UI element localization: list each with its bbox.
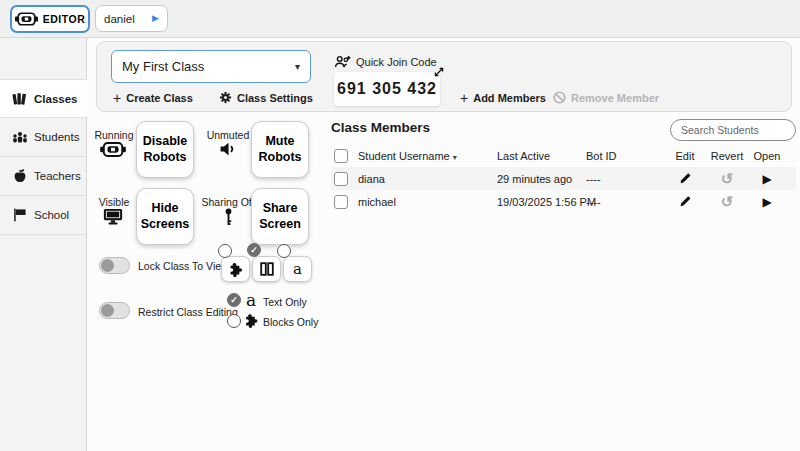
monitor-icon [103, 208, 123, 225]
row-checkbox[interactable] [334, 172, 348, 186]
editor-button[interactable]: EDITOR [10, 5, 90, 33]
select-all-checkbox[interactable] [334, 149, 348, 163]
class-settings-button[interactable]: Class Settings [219, 91, 313, 104]
editor-label: EDITOR [43, 13, 85, 25]
share-screen-button[interactable]: Share Screen [251, 188, 309, 245]
row-last-active: 29 minutes ago [497, 173, 572, 185]
col-username[interactable]: Student Username▾ [358, 150, 457, 162]
col-open: Open [751, 150, 783, 162]
screens-status-label: Visible [86, 196, 142, 208]
row-checkbox[interactable] [334, 195, 348, 209]
table-row: diana 29 minutes ago ---- ↺ ▶ [331, 167, 796, 190]
view-option-radio-text[interactable] [277, 244, 291, 258]
remove-member-label: Remove Member [571, 92, 659, 104]
person-add-icon [334, 55, 351, 68]
class-select-dropdown[interactable]: My First Class ▾ [111, 50, 311, 83]
remove-member-button[interactable]: Remove Member [553, 91, 659, 104]
columns-icon [260, 262, 274, 276]
class-select-value: My First Class [122, 59, 204, 74]
lock-class-toggle[interactable] [99, 257, 130, 274]
open-play-icon[interactable]: ▶ [751, 195, 783, 209]
puzzle-icon [229, 262, 243, 277]
revert-icon[interactable]: ↺ [709, 193, 745, 211]
top-bar: EDITOR daniel ▶ [0, 0, 800, 38]
sidebar-label-school: School [34, 209, 69, 221]
mute-robots-button[interactable]: Mute Robots [251, 121, 309, 178]
text-only-radio[interactable]: ✓ [227, 293, 241, 307]
main-content: My First Class ▾ + Create Class [88, 38, 800, 451]
sidebar-item-school[interactable]: School [0, 196, 87, 235]
row-bot-id: ---- [586, 173, 601, 185]
chevron-down-icon: ▾ [295, 61, 300, 72]
user-tab-daniel[interactable]: daniel ▶ [95, 5, 168, 32]
open-play-icon[interactable]: ▶ [751, 172, 783, 186]
restrict-editing-toggle[interactable] [99, 302, 130, 319]
text-only-label: Text Only [263, 296, 307, 308]
sidebar-label-teachers: Teachers [34, 170, 81, 182]
add-members-button[interactable]: + Add Members [460, 91, 546, 105]
flag-icon [12, 207, 28, 223]
audio-status-label: Unmuted [200, 129, 256, 141]
lock-class-label: Lock Class To View [138, 260, 229, 272]
sidebar-item-classes[interactable]: Classes [0, 79, 87, 118]
run-user-icon[interactable]: ▶ [152, 14, 159, 23]
search-students-input[interactable] [670, 119, 796, 141]
toggle-knob [101, 304, 114, 317]
students-icon [12, 129, 28, 145]
add-members-label: Add Members [473, 92, 546, 104]
members-table-header: Student Username▾ Last Active Bot ID Edi… [331, 145, 796, 167]
plus-icon: + [460, 91, 468, 105]
robot-running-icon [100, 142, 126, 157]
expand-code-icon[interactable] [433, 66, 445, 78]
blocks-only-radio[interactable] [227, 314, 241, 328]
edit-pencil-icon[interactable] [671, 171, 699, 186]
plus-icon: + [113, 91, 121, 105]
sidebar-label-classes: Classes [34, 93, 77, 105]
letter-a-icon: a [293, 262, 302, 277]
robots-status-label: Running [86, 129, 142, 141]
col-last-active: Last Active [497, 150, 550, 162]
key-icon [224, 208, 233, 226]
no-entry-icon [553, 91, 566, 104]
col-edit: Edit [671, 150, 699, 162]
disable-robots-button[interactable]: Disable Robots [136, 121, 194, 178]
class-settings-label: Class Settings [237, 92, 313, 104]
check-icon: ✓ [230, 296, 238, 305]
apple-icon [12, 168, 28, 184]
split-view-button[interactable] [252, 256, 281, 282]
blocks-only-label: Blocks Only [263, 316, 318, 328]
sidebar-label-students: Students [34, 131, 79, 143]
sidebar-item-teachers[interactable]: Teachers [0, 157, 87, 196]
view-option-radio-split[interactable]: ✓ [247, 243, 261, 257]
row-last-active: 19/03/2025 1:56 PM [497, 196, 596, 208]
col-revert: Revert [709, 150, 745, 162]
quick-join-code[interactable]: 691 305 432 [334, 72, 440, 106]
puzzle-icon [245, 313, 258, 328]
letter-a-icon: a [246, 292, 256, 309]
class-header-card: My First Class ▾ + Create Class [96, 41, 792, 112]
blocks-view-button[interactable] [221, 256, 250, 282]
create-class-button[interactable]: + Create Class [113, 91, 193, 105]
edit-pencil-icon[interactable] [671, 194, 699, 209]
table-row: michael 19/03/2025 1:56 PM ---- ↺ ▶ [331, 190, 796, 213]
sharing-status-label: Sharing Off [200, 196, 256, 208]
quick-join-label: Quick Join Code [356, 56, 437, 68]
sort-caret-icon: ▾ [453, 153, 457, 162]
gear-icon [219, 91, 232, 104]
text-view-button[interactable]: a [283, 256, 312, 282]
sidebar-item-students[interactable]: Students [0, 118, 87, 157]
speaker-icon [219, 141, 236, 157]
class-members-title: Class Members [331, 120, 430, 135]
row-username: diana [358, 173, 385, 185]
quick-join-label-row: Quick Join Code [334, 55, 437, 68]
robot-head-icon [15, 12, 38, 26]
restrict-editing-label: Restrict Class Editing [138, 306, 238, 318]
user-tab-label: daniel [104, 13, 135, 25]
create-class-label: Create Class [126, 92, 193, 104]
col-bot-id: Bot ID [586, 150, 617, 162]
row-bot-id: ---- [586, 196, 601, 208]
view-option-radio-blocks[interactable] [218, 244, 232, 258]
toggle-knob [101, 259, 114, 272]
hide-screens-button[interactable]: Hide Screens [136, 188, 194, 245]
revert-icon[interactable]: ↺ [709, 170, 745, 188]
